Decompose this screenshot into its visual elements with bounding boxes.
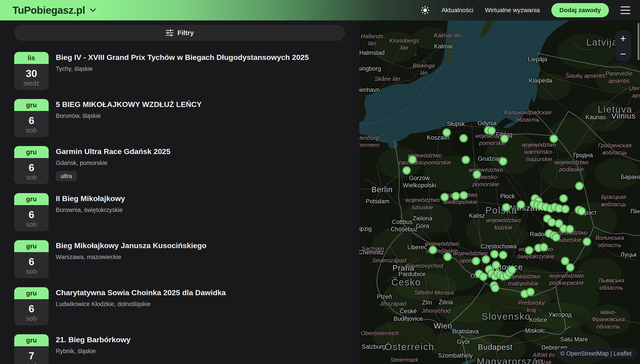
map-marker[interactable] — [577, 207, 586, 215]
event-location: Boronów, śląskie — [56, 112, 202, 120]
map-marker[interactable] — [492, 261, 500, 269]
event-date-weekday: niedz — [24, 80, 40, 87]
add-race-button[interactable]: Dodaj zawody — [551, 3, 609, 17]
map-marker[interactable] — [473, 170, 481, 179]
event-date-body: 7niedz — [14, 346, 49, 364]
map-marker[interactable] — [561, 205, 570, 213]
event-info: 5 BIEG MIKOŁAJKOWY WZDŁUŻ LEŃCYBoronów, … — [56, 99, 202, 120]
map-marker[interactable] — [508, 266, 516, 274]
map-marker[interactable] — [502, 203, 510, 212]
events-list: lis30niedzBieg IV - XVIII Grand Prix Tyc… — [0, 52, 359, 364]
map-marker[interactable] — [482, 255, 490, 264]
map[interactable]: KalmarHalmstadHelsingborgKøbenhavnLiepāj… — [359, 20, 640, 364]
event-location: Rybnik, śląskie — [56, 348, 130, 355]
map-base-layer — [359, 20, 640, 364]
map-marker[interactable] — [441, 193, 449, 201]
map-marker[interactable] — [566, 263, 574, 272]
event-list-item[interactable]: gru6sobCharytatywna Sowia Choinka 2025 d… — [0, 287, 359, 326]
event-date-weekday: sob — [26, 174, 37, 181]
sliders-icon — [165, 29, 173, 36]
logo[interactable]: TuPobiegasz.pl — [13, 4, 96, 16]
zoom-in-button[interactable]: + — [615, 31, 631, 46]
event-info: Bieg Mikołajkowy Janusza KusocińskiegoWa… — [56, 240, 206, 260]
map-marker[interactable] — [499, 251, 507, 259]
map-marker[interactable] — [526, 288, 535, 296]
map-marker[interactable] — [460, 191, 468, 200]
event-list-item[interactable]: lis30niedzBieg IV - XVIII Grand Prix Tyc… — [0, 52, 359, 90]
map-marker[interactable] — [583, 238, 591, 246]
event-list-item[interactable]: gru6sobBieg Mikołajkowy Janusza Kusocińs… — [0, 240, 359, 278]
map-zoom-control: + − — [615, 31, 631, 62]
event-date-body: 30niedz — [14, 64, 49, 90]
event-date-badge: gru6sob — [14, 287, 49, 326]
event-tag: ultra — [56, 171, 77, 181]
event-title: II Bieg Mikołajkowy — [56, 194, 125, 203]
map-marker[interactable] — [490, 250, 499, 258]
map-marker[interactable] — [459, 134, 468, 142]
scrollbar-thumb[interactable] — [637, 23, 639, 60]
event-date-body: 6sob — [14, 158, 49, 184]
event-date-day: 6 — [29, 303, 35, 315]
event-date-month: lis — [14, 52, 49, 64]
event-date-month: gru — [14, 240, 49, 252]
header-right: Aktualności Wirtualne wyzwania Dodaj zaw… — [420, 3, 630, 17]
event-title: 21. Bieg Barbórkowy — [56, 335, 130, 344]
event-list-item[interactable]: gru6sobII Bieg MikołajkowyBorownia, świę… — [0, 193, 359, 231]
map-marker[interactable] — [402, 166, 411, 175]
map-marker[interactable] — [552, 233, 560, 242]
event-list-item[interactable]: gru7niedz21. Bieg BarbórkowyRybnik, śląs… — [0, 334, 359, 364]
event-location: Ludwikowice Kłodzkie, dolnośląskie — [56, 301, 226, 308]
map-attribution[interactable]: © OpenStreetMap | Leaflet — [555, 348, 637, 359]
map-marker[interactable] — [525, 246, 533, 254]
event-date-badge: gru6sob — [14, 99, 49, 137]
event-location: Borownia, świętokrzyskie — [56, 207, 125, 214]
map-marker[interactable] — [491, 284, 499, 292]
map-marker[interactable] — [443, 128, 451, 137]
event-info: Bieg IV - XVIII Grand Prix Tychów w Bieg… — [56, 52, 309, 72]
event-date-body: 6sob — [14, 205, 49, 231]
map-marker[interactable] — [559, 194, 568, 203]
event-list-item[interactable]: gru6sob5 BIEG MIKOŁAJKOWY WZDŁUŻ LEŃCYBo… — [0, 99, 359, 137]
hamburger-menu-icon[interactable] — [620, 6, 630, 14]
event-date-badge: lis30niedz — [14, 52, 49, 90]
map-marker[interactable] — [550, 134, 558, 143]
event-list-item[interactable]: gru6sobGarmin Ultra Race Gdańsk 2025Gdań… — [0, 146, 359, 184]
map-marker[interactable] — [429, 246, 437, 254]
event-date-weekday: sob — [26, 126, 37, 134]
map-marker[interactable] — [499, 157, 507, 166]
event-date-body: 6sob — [14, 252, 49, 278]
map-marker[interactable] — [443, 252, 452, 261]
events-panel: Filtry lis30niedzBieg IV - XVIII Grand P… — [0, 20, 359, 364]
event-date-badge: gru6sob — [14, 146, 49, 184]
map-marker[interactable] — [575, 182, 583, 190]
event-location: Warszawa, mazowieckie — [56, 254, 206, 260]
map-marker[interactable] — [408, 155, 417, 164]
app: TuPobiegasz.pl Aktualności Wirtualne wyz… — [0, 0, 640, 364]
event-title: 5 BIEG MIKOŁAJKOWY WZDŁUŻ LEŃCY — [56, 100, 202, 109]
event-date-day: 6 — [29, 114, 35, 126]
event-date-badge: gru7niedz — [14, 334, 49, 364]
map-marker[interactable] — [452, 192, 460, 200]
map-marker[interactable] — [500, 134, 509, 143]
map-marker[interactable] — [462, 156, 470, 164]
event-info: II Bieg MikołajkowyBorownia, świętokrzys… — [56, 193, 125, 214]
nav-item-aktualnosci[interactable]: Aktualności — [442, 7, 473, 14]
event-info: Garmin Ultra Race Gdańsk 2025Gdańsk, pom… — [56, 146, 170, 181]
map-marker[interactable] — [479, 272, 488, 281]
header: TuPobiegasz.pl Aktualności Wirtualne wyz… — [0, 0, 640, 20]
filters-button[interactable]: Filtry — [14, 25, 345, 41]
event-date-badge: gru6sob — [14, 193, 49, 231]
event-date-weekday: sob — [26, 220, 37, 228]
theme-toggle-sun-icon[interactable] — [420, 5, 430, 15]
nav-item-wirtualne-wyzwania[interactable]: Wirtualne wyzwania — [485, 7, 540, 14]
map-marker[interactable] — [487, 126, 496, 135]
event-date-day: 6 — [29, 256, 35, 268]
map-marker[interactable] — [517, 200, 525, 209]
filters-label: Filtry — [177, 29, 194, 36]
zoom-out-button[interactable]: − — [615, 46, 631, 62]
map-marker[interactable] — [472, 257, 480, 265]
event-date-weekday: niedz — [24, 362, 40, 364]
map-marker[interactable] — [540, 243, 548, 252]
event-date-body: 6sob — [14, 299, 49, 326]
map-marker[interactable] — [566, 225, 574, 233]
